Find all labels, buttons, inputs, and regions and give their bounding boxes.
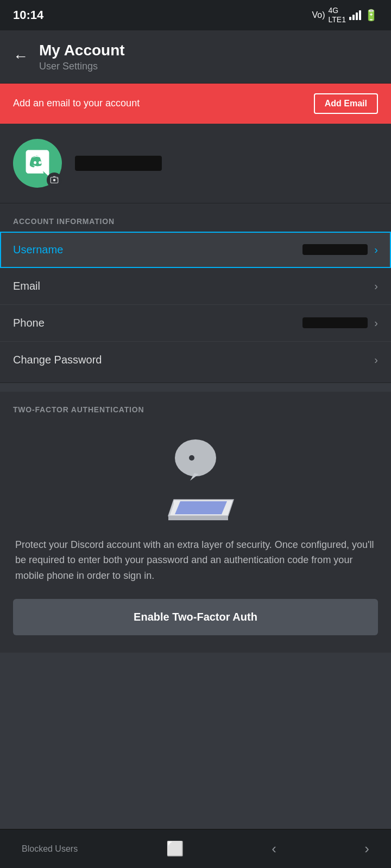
email-row[interactable]: Email › [0,268,391,305]
email-row-right: › [374,280,378,292]
bottom-spacer [0,653,391,696]
two-factor-description: Protect your Discord account with an ext… [0,537,391,599]
phone-value-redacted [302,317,368,328]
two-factor-section: TWO-FACTOR AUTHENTICATION Protect your D… [0,392,391,653]
status-right: Vo) 4GLTE1 🔋 [312,6,378,24]
home-icon[interactable]: ⬜ [166,840,184,857]
back-nav-icon[interactable]: ‹ [272,840,276,857]
change-password-row-left: Change Password [13,354,102,366]
change-password-label: Change Password [13,354,102,366]
avatar-container[interactable] [13,139,62,188]
phone-label: Phone [13,317,45,329]
change-password-row-right: › [374,354,378,366]
phone-row[interactable]: Phone › [0,305,391,342]
svg-point-3 [175,439,216,476]
account-info-label: ACCOUNT INFORMATION [13,217,115,226]
change-password-row[interactable]: Change Password › [0,342,391,378]
username-label: Username [13,244,63,256]
username-row[interactable]: Username › [0,232,391,268]
email-label: Email [13,280,40,292]
signal-icon [349,10,361,20]
email-row-left: Email [13,280,40,292]
username-chevron-icon: › [374,244,378,256]
two-factor-illustration [0,420,391,537]
two-factor-label: TWO-FACTOR AUTHENTICATION [13,405,144,414]
page-title: My Account [39,41,125,60]
username-display [75,156,162,171]
vod-icon: Vo) [312,10,325,20]
email-banner: Add an email to your account Add Email [0,84,391,124]
page-subtitle: User Settings [39,61,125,72]
email-banner-text: Add an email to your account [13,98,140,109]
svg-point-4 [189,455,194,461]
svg-marker-9 [168,516,228,520]
forward-nav-icon[interactable]: › [364,840,369,857]
account-info-section: ACCOUNT INFORMATION Username › Email › P… [0,203,391,383]
username-row-left: Username [13,244,63,256]
svg-marker-7 [175,501,227,514]
username-value-redacted [302,244,368,255]
svg-point-1 [53,178,56,181]
battery-icon: 🔋 [364,9,378,22]
status-bar: 10:14 Vo) 4GLTE1 🔋 [0,0,391,30]
phone-chevron-icon: › [374,317,378,329]
enable-2fa-button[interactable]: Enable Two-Factor Auth [13,599,378,635]
username-row-right: › [302,244,378,256]
avatar-edit-badge[interactable] [47,173,62,188]
back-button[interactable]: ← [13,49,28,64]
phone-row-right: › [302,317,378,329]
network-label: 4GLTE1 [329,6,346,24]
bottom-nav: Blocked Users ⬜ ‹ › [0,829,391,868]
change-password-chevron-icon: › [374,354,378,366]
email-chevron-icon: › [374,280,378,292]
two-factor-header: TWO-FACTOR AUTHENTICATION [0,392,391,420]
phone-row-left: Phone [13,317,45,329]
profile-section [0,124,391,203]
nav-title-block: My Account User Settings [39,41,125,72]
top-nav: ← My Account User Settings [0,30,391,84]
account-info-header: ACCOUNT INFORMATION [0,203,391,232]
status-time: 10:14 [13,8,43,22]
two-factor-image [147,437,244,524]
blocked-users-label[interactable]: Blocked Users [22,844,78,854]
add-email-button[interactable]: Add Email [314,93,378,114]
add-photo-icon [49,175,59,185]
